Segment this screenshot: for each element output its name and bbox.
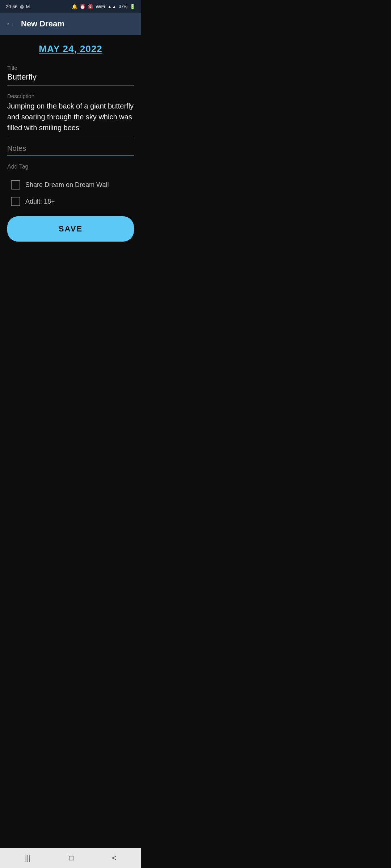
title-value[interactable]: Butterfly — [7, 72, 134, 86]
status-bar: 20:56 ◎ M 🔔 ⏰ 🔇 WiFi ▲▲ 37% 🔋 — [0, 0, 141, 13]
notification-icon: 🔔 — [72, 4, 77, 9]
whatsapp-icon: ◎ — [20, 4, 24, 9]
battery-icon: 🔋 — [130, 4, 135, 9]
app-bar-title: New Dream — [21, 19, 64, 29]
description-value[interactable]: Jumping on the back of a giant butterfly… — [7, 101, 134, 137]
add-tag-label[interactable]: Add Tag — [7, 163, 28, 170]
main-content: MAY 24, 2022 Title Butterfly Description… — [0, 35, 141, 276]
save-button[interactable]: SAVE — [7, 216, 134, 242]
status-time: 20:56 — [6, 4, 18, 9]
back-button[interactable]: ← — [6, 19, 14, 29]
share-dream-checkbox[interactable] — [11, 180, 20, 190]
share-dream-label: Share Dream on Dream Wall — [25, 181, 109, 189]
notes-field-group[interactable] — [7, 144, 134, 156]
title-label: Title — [7, 65, 134, 71]
signal-icon: ▲▲ — [107, 4, 117, 9]
status-right: 🔔 ⏰ 🔇 WiFi ▲▲ 37% 🔋 — [72, 4, 135, 9]
notes-input[interactable] — [7, 144, 134, 156]
add-tag-container[interactable]: Add Tag — [7, 163, 134, 170]
bottom-spacer — [7, 242, 134, 267]
adult-checkbox-item[interactable]: Adult: 18+ — [11, 197, 134, 206]
adult-checkbox[interactable] — [11, 197, 20, 206]
battery-level: 37% — [119, 4, 127, 9]
share-dream-checkbox-item[interactable]: Share Dream on Dream Wall — [11, 180, 134, 190]
wifi-icon: WiFi — [96, 4, 105, 9]
title-field-group: Title Butterfly — [7, 65, 134, 86]
description-field-group: Description Jumping on the back of a gia… — [7, 93, 134, 137]
description-label: Description — [7, 93, 134, 99]
mute-icon: 🔇 — [88, 4, 93, 9]
checkbox-container: Share Dream on Dream Wall Adult: 18+ — [7, 180, 134, 206]
dream-date[interactable]: MAY 24, 2022 — [39, 43, 102, 54]
alarm-icon: ⏰ — [80, 4, 85, 9]
date-container[interactable]: MAY 24, 2022 — [7, 43, 134, 55]
gmail-icon: M — [26, 4, 30, 9]
adult-label: Adult: 18+ — [25, 198, 55, 205]
app-bar: ← New Dream — [0, 13, 141, 35]
status-left: 20:56 ◎ M — [6, 4, 30, 9]
